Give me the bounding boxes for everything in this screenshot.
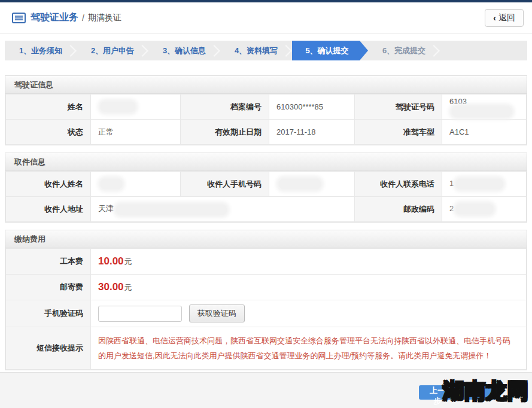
get-captcha-button[interactable]: 获取验证码 — [189, 305, 245, 322]
sms-notice-text: 因陕西省联通、电信运营商技术问题，陕西省互联网交通安全综合服务管理平台无法向持陕… — [91, 327, 526, 369]
table-row: 姓名 档案编号 610300****85 驾驶证号码 6103 — [6, 95, 527, 120]
field-value: 2 — [442, 197, 527, 222]
wizard-steps: 1、业务须知 2、用户申告 3、确认信息 4、资料填写 5、确认提交 6、完成提… — [5, 41, 527, 60]
table-row: 收件人地址 天津 邮政编码 2 — [6, 197, 527, 222]
fee-amount: 30.00 — [98, 281, 124, 293]
field-label: 档案编号 — [181, 95, 269, 120]
fee-unit: 元 — [124, 257, 132, 266]
watermark-part1: 湖南 — [443, 379, 486, 402]
production-fee-value: 10.00元 — [91, 249, 527, 275]
table-row: 状态 正常 有效期止日期 2017-11-18 准驾车型 A1C1 — [6, 120, 527, 145]
step-3-confirm-info: 3、确认信息 — [148, 41, 220, 60]
field-value — [91, 172, 181, 197]
field-label: 工本费 — [6, 249, 91, 275]
field-value: 2017-11-18 — [269, 120, 355, 145]
field-label: 收件人姓名 — [6, 172, 91, 197]
footer-bar: 上一步 湖南龙网 — [0, 372, 532, 408]
table-row: 邮寄费 30.00元 — [6, 275, 527, 300]
watermark-part2: 龙网 — [486, 379, 529, 402]
back-button[interactable]: ‹ 返回 — [485, 9, 524, 27]
fees-table: 工本费 10.00元 邮寄费 30.00元 手机验证码 获取验证码 短信接收提示… — [5, 248, 527, 370]
table-row: 手机验证码 获取验证码 — [6, 300, 527, 327]
masked-value — [116, 205, 227, 215]
step-4-fill-data: 4、资料填写 — [220, 41, 292, 60]
masked-value — [452, 106, 512, 117]
watermark: 湖南龙网 — [443, 377, 529, 405]
field-label: 有效期止日期 — [181, 120, 269, 145]
field-value: A1C1 — [442, 120, 527, 145]
masked-value — [456, 204, 493, 214]
breadcrumb-separator: / — [82, 13, 84, 23]
license-section-title: 驾驶证信息 — [5, 76, 527, 94]
fees-section: 缴纳费用 工本费 10.00元 邮寄费 30.00元 手机验证码 获取验证码 短… — [5, 230, 527, 370]
step-1-business-notice: 1、业务须知 — [5, 41, 77, 60]
mailing-fee-value: 30.00元 — [91, 275, 527, 300]
field-value — [269, 172, 355, 197]
field-label: 收件人手机号码 — [181, 172, 269, 197]
step-6-complete-submit: 6、完成提交 — [368, 41, 440, 60]
field-value: 天津 — [91, 197, 355, 222]
page-header: 驾驶证业务 / 期满换证 ‹ 返回 — [0, 2, 532, 34]
fee-amount: 10.00 — [98, 255, 124, 267]
table-row: 工本费 10.00元 — [6, 249, 527, 275]
field-label: 邮政编码 — [355, 197, 442, 222]
masked-value — [101, 179, 122, 189]
page-title: 驾驶证业务 — [31, 11, 78, 24]
field-value: 610300****85 — [269, 95, 355, 120]
field-label: 准驾车型 — [355, 120, 442, 145]
pickup-section-title: 取件信息 — [5, 153, 527, 171]
field-value — [91, 95, 181, 120]
field-label: 短信接收提示 — [6, 327, 91, 370]
fees-section-title: 缴纳费用 — [5, 230, 527, 248]
license-info-table: 姓名 档案编号 610300****85 驾驶证号码 6103 状态 正常 有效… — [5, 94, 527, 145]
fee-unit: 元 — [124, 283, 132, 292]
field-label: 收件人地址 — [6, 197, 91, 222]
field-value: 正常 — [91, 120, 181, 145]
field-value: 6103 — [442, 95, 527, 120]
field-label: 姓名 — [6, 95, 91, 120]
breadcrumb-current: 期满换证 — [88, 13, 121, 23]
field-label: 收件人联系电话 — [355, 172, 442, 197]
field-value: 1 — [442, 172, 527, 197]
chevron-left-icon: ‹ — [493, 13, 496, 23]
masked-value — [456, 179, 503, 189]
pickup-info-section: 取件信息 收件人姓名 收件人手机号码 收件人联系电话 1 收件人地址 天津 邮政… — [5, 153, 527, 223]
masked-value — [101, 102, 135, 112]
masked-value — [279, 179, 321, 189]
license-list-icon — [12, 13, 26, 23]
captcha-input[interactable] — [98, 306, 182, 322]
step-2-user-declaration: 2、用户申告 — [77, 41, 148, 60]
field-label: 手机验证码 — [6, 300, 91, 327]
table-row: 收件人姓名 收件人手机号码 收件人联系电话 1 — [6, 172, 527, 197]
captcha-cell: 获取验证码 — [91, 300, 527, 327]
pickup-info-table: 收件人姓名 收件人手机号码 收件人联系电话 1 收件人地址 天津 邮政编码 2 — [5, 171, 527, 222]
field-label: 驾驶证号码 — [355, 95, 442, 120]
field-label: 邮寄费 — [6, 275, 91, 300]
step-5-confirm-submit: 5、确认提交 — [292, 41, 368, 60]
table-row: 短信接收提示 因陕西省联通、电信运营商技术问题，陕西省互联网交通安全综合服务管理… — [6, 327, 527, 370]
sms-notice-cell: 因陕西省联通、电信运营商技术问题，陕西省互联网交通安全综合服务管理平台无法向持陕… — [91, 327, 527, 370]
field-label: 状态 — [6, 120, 91, 145]
back-button-label: 返回 — [498, 13, 515, 23]
license-info-section: 驾驶证信息 姓名 档案编号 610300****85 驾驶证号码 6103 状态… — [5, 75, 527, 145]
